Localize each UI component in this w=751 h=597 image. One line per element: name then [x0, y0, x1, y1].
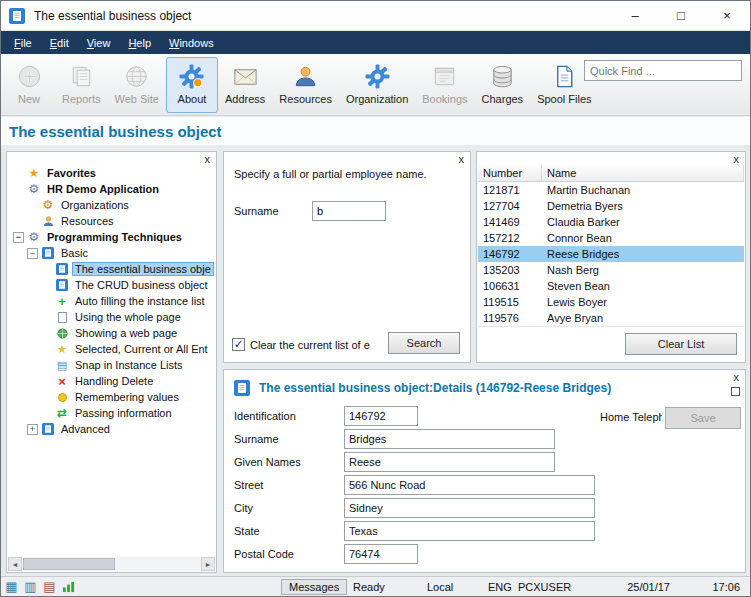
maximize-icon[interactable]: □: [658, 1, 704, 31]
home-telephone-label: Home Teleph: [600, 411, 662, 423]
status-date: 25/01/17: [627, 581, 670, 593]
toolbar-button-label: Reports: [62, 93, 101, 105]
tree-item-resources[interactable]: Resources: [9, 213, 214, 229]
app-gears-icon: ⚙: [27, 183, 41, 195]
field-label: State: [234, 525, 344, 537]
collapse-icon[interactable]: −: [13, 232, 24, 243]
status-location: Local: [427, 581, 453, 593]
employee-row-135203[interactable]: 135203Nash Berg: [478, 262, 744, 278]
tree-item-label: Favorites: [45, 167, 98, 179]
tree-item-selected-current-or-all-ent[interactable]: ★Selected, Current or All Ent: [9, 341, 214, 357]
column-header-name[interactable]: Name: [542, 165, 744, 181]
app-gears-icon: ⚙: [27, 231, 41, 243]
tree-item-advanced[interactable]: +Advanced: [9, 421, 214, 437]
tree-item-using-the-whole-page[interactable]: Using the whole page: [9, 309, 214, 325]
search-panel-close-icon[interactable]: x: [456, 152, 468, 166]
messages-button[interactable]: Messages: [281, 579, 347, 595]
menu-file[interactable]: File: [5, 34, 41, 52]
street-input[interactable]: [344, 475, 595, 495]
surname-input[interactable]: [344, 429, 555, 449]
chart-icon[interactable]: [61, 579, 76, 594]
tree-item-basic[interactable]: −Basic: [9, 245, 214, 261]
city-input[interactable]: [344, 498, 595, 518]
scroll-left-icon[interactable]: ◄: [8, 557, 22, 571]
toolbar-button-organization[interactable]: Organization: [339, 57, 415, 113]
doc-blue-icon: [55, 263, 69, 275]
tree-item-label: HR Demo Application: [45, 183, 161, 195]
menu-help[interactable]: Help: [119, 34, 160, 52]
scrollbar-thumb[interactable]: [23, 558, 115, 570]
minimize-icon[interactable]: –: [612, 1, 658, 31]
employee-row-127704[interactable]: 127704Demetria Byers: [478, 198, 744, 214]
tree-item-showing-a-web-page[interactable]: Showing a web page: [9, 325, 214, 341]
detail-grid-icon[interactable]: ▥: [23, 579, 38, 594]
identification-input[interactable]: [344, 406, 418, 426]
employee-table: Number Name 121871Martin Buchanan127704D…: [478, 165, 744, 327]
tree-item-auto-filling-the-instance-list[interactable]: +Auto filling the instance list: [9, 293, 214, 309]
close-icon[interactable]: ×: [704, 1, 750, 31]
employee-row-106631[interactable]: 106631Steven Bean: [478, 278, 744, 294]
postal-code-input[interactable]: [344, 544, 418, 564]
details-panel-close-icon[interactable]: x: [731, 370, 743, 384]
tree-item-passing-information[interactable]: ⇄Passing information: [9, 405, 214, 421]
toolbar-button-bookings: Bookings: [415, 57, 474, 113]
employee-row-157212[interactable]: 157212Connor Bean: [478, 230, 744, 246]
state-input[interactable]: [344, 521, 595, 541]
clear-list-button[interactable]: Clear List: [625, 333, 737, 355]
menu-bar: FileEditViewHelpWindows: [1, 31, 750, 54]
tree-horizontal-scrollbar[interactable]: ◄ ►: [8, 557, 215, 571]
tree-item-the-crud-business-object[interactable]: The CRUD business object: [9, 277, 214, 293]
tree-item-label: Selected, Current or All Ent: [73, 343, 210, 355]
employee-name: Avye Bryan: [542, 312, 608, 324]
scroll-right-icon[interactable]: ►: [201, 557, 215, 571]
employee-row-141469[interactable]: 141469Claudia Barker: [478, 214, 744, 230]
toolbar-button-label: About: [178, 93, 207, 105]
menu-windows[interactable]: Windows: [160, 34, 223, 52]
surname-input[interactable]: [312, 201, 386, 221]
employee-row-121871[interactable]: 121871Martin Buchanan: [478, 182, 744, 198]
given-names-input[interactable]: [344, 452, 555, 472]
tree-item-organizations[interactable]: ⚙Organizations: [9, 197, 214, 213]
search-button[interactable]: Search: [388, 332, 460, 354]
employee-row-146792[interactable]: 146792Reese Bridges: [478, 246, 744, 262]
detail-field-given-names: Given Names: [234, 452, 735, 472]
menu-edit[interactable]: Edit: [41, 34, 78, 52]
tree-item-label: Organizations: [59, 199, 131, 211]
details-doc-icon: [234, 380, 250, 396]
tree-item-snap-in-instance-lists[interactable]: ▤Snap in Instance Lists: [9, 357, 214, 373]
star-icon: ★: [27, 167, 41, 179]
tree-item-hr-demo-application[interactable]: ⚙HR Demo Application: [9, 181, 214, 197]
tree-item-favorites[interactable]: ★Favorites: [9, 165, 214, 181]
field-label: Street: [234, 479, 344, 491]
column-header-number[interactable]: Number: [478, 165, 542, 181]
employee-row-119515[interactable]: 119515Lewis Boyer: [478, 294, 744, 310]
tree-item-the-essential-business-obje[interactable]: The essential business obje: [9, 261, 214, 277]
tree-item-programming-techniques[interactable]: −⚙Programming Techniques: [9, 229, 214, 245]
clear-list-option: ✓ Clear the current list of emp: [232, 338, 370, 351]
window-title: The essential business object: [34, 9, 191, 23]
collapse-icon[interactable]: −: [27, 248, 38, 259]
details-panel-restore-icon[interactable]: [731, 387, 740, 396]
menu-view[interactable]: View: [78, 34, 120, 52]
form-grid-icon[interactable]: ▤: [42, 579, 57, 594]
tree-item-remembering-values[interactable]: Remembering values: [9, 389, 214, 405]
toolbar-button-label: Charges: [482, 93, 524, 105]
tree-item-handling-delete[interactable]: ×Handling Delete: [9, 373, 214, 389]
results-panel-close-icon[interactable]: x: [731, 152, 743, 166]
expand-icon[interactable]: +: [27, 424, 38, 435]
detail-field-street: Street: [234, 475, 735, 495]
details-header: The essential business object:Details (1…: [234, 380, 611, 396]
instance-grid-icon[interactable]: ▦: [4, 579, 19, 594]
toolbar-button-label: Address: [225, 93, 265, 105]
tree-panel-close-icon[interactable]: x: [202, 152, 214, 166]
toolbar-button-charges[interactable]: Charges: [475, 57, 531, 113]
quick-find-input[interactable]: [584, 60, 742, 81]
field-label: Given Names: [234, 456, 344, 468]
toolbar-button-address[interactable]: Address: [218, 57, 272, 113]
toolbar-button-resources[interactable]: Resources: [272, 57, 339, 113]
employee-row-119576[interactable]: 119576Avye Bryan: [478, 310, 744, 326]
toolbar-button-about[interactable]: About: [166, 57, 218, 113]
clear-list-checkbox[interactable]: ✓: [232, 338, 245, 351]
person-icon: [292, 61, 319, 91]
toolbar-button-label: Spool Files: [537, 93, 591, 105]
